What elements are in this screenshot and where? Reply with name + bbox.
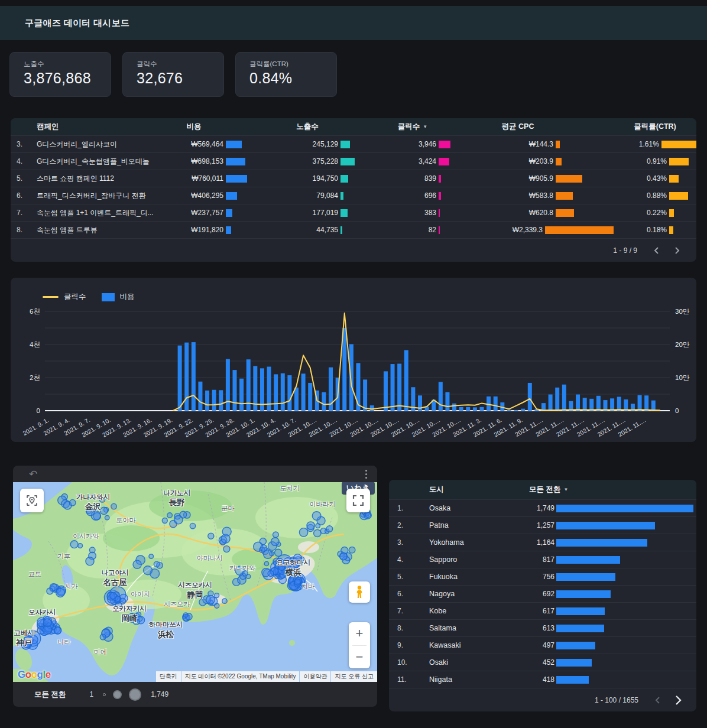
metric-bar — [669, 226, 673, 234]
cost-bar — [274, 374, 278, 411]
cost-bar — [384, 371, 388, 411]
conversion-bubble-marker — [47, 588, 53, 594]
metric-cell-cpc: ₩203.9 — [482, 157, 614, 165]
conversion-bubble-marker — [294, 554, 302, 563]
prev-page-button[interactable] — [648, 693, 668, 707]
row-rank: 6. — [11, 191, 35, 200]
metric-cell-ctr: 0.91% — [614, 157, 696, 165]
metric-bar — [556, 192, 573, 200]
right-axis-label: 30만 — [675, 308, 690, 315]
metric-cell-ctr: 0.43% — [614, 174, 696, 183]
map-attribution-link[interactable]: 이용약관 — [300, 671, 330, 682]
metric-bar-wrap — [667, 175, 679, 183]
city-row: 11.Niigata418 — [389, 671, 696, 688]
pegman-button[interactable] — [349, 581, 370, 603]
metric-bar-wrap — [436, 141, 450, 148]
conversion-bubble-marker — [110, 593, 116, 599]
bubble-small-icon — [103, 693, 106, 696]
metric-cell-ctr: 0.22% — [614, 209, 696, 217]
metric-bar-wrap — [338, 226, 342, 234]
map-canvas[interactable]: いわき 가나자와시金沢나가노시長野도치기이바라키군마토야마이시카와기후야마나시카… — [13, 482, 377, 682]
city-name: Kobe — [415, 607, 520, 615]
conversions-bar — [556, 522, 655, 529]
bar-series-swatch — [102, 293, 115, 301]
city-row: 5.Fukuoka756 — [389, 568, 696, 585]
conversion-bubble-marker — [206, 596, 215, 604]
metric-value: ₩698,153 — [164, 157, 223, 165]
conversion-bubble-marker — [149, 554, 154, 559]
cost-bar — [198, 382, 202, 411]
conversion-bubble-marker — [314, 529, 321, 537]
conversion-bubble-marker — [278, 564, 285, 571]
conversion-bubble-marker — [100, 497, 105, 502]
left-axis-label: 6천 — [30, 308, 40, 315]
my-location-button[interactable] — [20, 489, 44, 512]
conversions-value: 617 — [520, 607, 554, 615]
cost-bar — [644, 395, 648, 411]
undo-icon[interactable]: ↶ — [29, 469, 37, 479]
column-header-impressions[interactable]: 노출수 — [277, 122, 389, 132]
table-row: 8.속눈썹 앰플 트루뷰₩191,82044,73582₩2,339.30.18… — [11, 221, 696, 238]
column-header-cost[interactable]: 비용 — [164, 122, 277, 132]
zoom-out-button[interactable]: − — [349, 646, 370, 669]
scorecard-label: 클릭률(CTR) — [249, 60, 330, 69]
table-row: 3.G디스커버리_엘리샤코이₩569,464245,1293,946₩144.3… — [11, 135, 696, 152]
conversions-value: 756 — [520, 573, 554, 581]
metric-value: 1.61% — [614, 140, 659, 148]
conversion-bubble-marker — [208, 533, 214, 539]
column-header-ctr[interactable]: 클릭률(CTR) — [614, 122, 696, 132]
conversions-value: 452 — [520, 658, 554, 667]
more-menu-icon[interactable] — [363, 467, 369, 480]
cost-bar — [624, 399, 628, 411]
row-rank: 7. — [11, 209, 35, 217]
column-header-city[interactable]: 도시 — [415, 485, 520, 495]
fullscreen-button[interactable] — [346, 489, 370, 512]
pegman-icon — [354, 585, 365, 599]
column-header-conversions[interactable]: 모든 전환▼ — [520, 485, 696, 495]
metric-bar — [340, 192, 343, 200]
table-row: 6.트래픽_디스커버리_장바구니 전환₩406,29579,084696₩583… — [11, 187, 696, 204]
metric-cell-cost: ₩760,011 — [164, 174, 277, 183]
conversion-bubble-marker — [294, 564, 299, 568]
metric-value: 375,228 — [277, 157, 338, 165]
conversion-bubble-marker — [133, 560, 141, 568]
metric-value: 245,129 — [277, 140, 338, 148]
metric-value: ₩2,339.3 — [482, 226, 543, 234]
column-header-campaign[interactable]: 캠페인 — [35, 122, 164, 132]
metric-value: ₩760,011 — [164, 174, 223, 183]
metric-bar-wrap — [667, 209, 674, 217]
table-row: 5.스마트 쇼핑 캠페인 1112₩760,011194,750839₩905.… — [11, 170, 696, 187]
conversion-bubble-marker — [174, 516, 183, 524]
metric-bar — [226, 209, 232, 217]
metric-cell-impressions: 194,750 — [277, 174, 389, 183]
conversion-bubble-marker — [326, 526, 333, 532]
metric-bar-wrap — [223, 141, 242, 148]
conversion-bubble-marker — [268, 571, 274, 577]
cost-bar — [342, 328, 346, 411]
map-attribution-link[interactable]: 지도 오류 신고 — [331, 671, 377, 682]
row-rank: 10. — [389, 658, 415, 667]
campaign-name: 속눈썹 앰플 트루뷰 — [35, 225, 164, 235]
conversion-bubble-marker — [242, 571, 248, 576]
prev-page-button[interactable] — [647, 243, 667, 258]
cost-bar — [287, 375, 291, 411]
metric-bar-wrap — [338, 192, 343, 200]
app-header: 구글애즈 데이터 대시보드 — [0, 6, 707, 40]
map-attribution-link[interactable]: 단축키 — [156, 671, 181, 682]
cost-bar — [589, 399, 594, 411]
metric-bar-wrap — [338, 175, 348, 183]
zoom-in-button[interactable]: + — [349, 622, 370, 645]
column-header-cpc[interactable]: 평균 CPC — [482, 122, 614, 132]
scorecard-ctr: 클릭률(CTR) 0.84% — [235, 52, 337, 97]
city-name: Sapporo — [415, 555, 520, 564]
next-page-button[interactable] — [667, 243, 687, 258]
cost-bar — [473, 407, 477, 411]
column-header-clicks[interactable]: 클릭수▼ — [389, 122, 482, 132]
metric-cell-cost: ₩406,295 — [164, 191, 277, 200]
next-page-button[interactable] — [668, 693, 688, 707]
conversion-bubble-marker — [299, 528, 307, 537]
metric-bar — [340, 141, 350, 148]
conversions-bar-wrap — [554, 625, 696, 632]
cost-bar — [459, 407, 463, 411]
cost-bar — [596, 396, 601, 411]
